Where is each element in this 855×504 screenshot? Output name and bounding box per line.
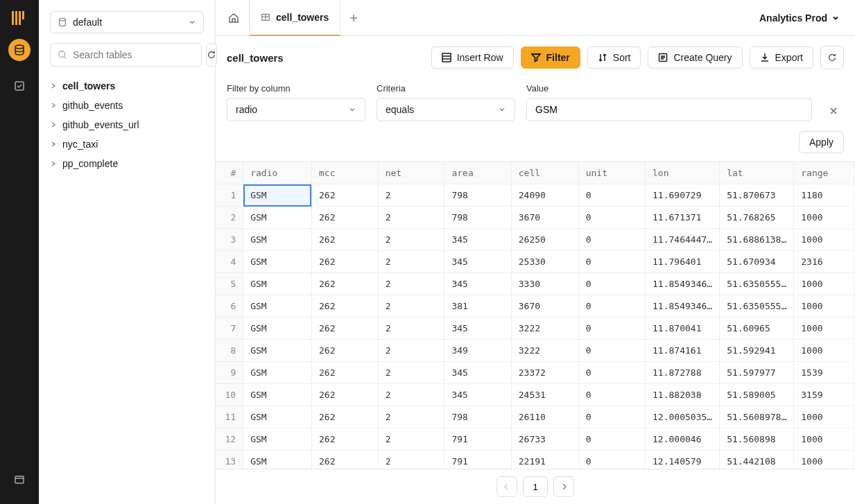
cell[interactable]: 11.7464447… [646, 229, 720, 251]
cell[interactable]: 791 [444, 451, 511, 469]
cell[interactable]: 2 [378, 184, 444, 207]
cell[interactable]: 262 [311, 384, 378, 406]
cell[interactable]: 2 [378, 362, 444, 384]
cell[interactable]: 1539 [794, 362, 855, 384]
cell[interactable]: 2 [378, 340, 444, 362]
filter-button[interactable]: Filter [521, 46, 580, 69]
cell[interactable]: 262 [311, 229, 378, 251]
row-number[interactable]: 3 [216, 229, 243, 251]
cell[interactable]: GSM [243, 207, 312, 229]
cell[interactable]: 51.5608978… [720, 406, 794, 428]
cell[interactable]: 11.8549346… [646, 295, 720, 318]
cell[interactable]: GSM [243, 273, 312, 295]
refresh-data-button[interactable] [820, 46, 844, 69]
cell[interactable]: 0 [578, 295, 645, 318]
cell[interactable]: 1000 [794, 428, 855, 451]
filter-remove-button[interactable] [823, 101, 844, 121]
filter-criteria-select[interactable]: equals [377, 98, 515, 121]
cell[interactable]: 1000 [794, 340, 855, 362]
cell[interactable]: 24531 [511, 384, 578, 406]
cell[interactable]: 262 [311, 362, 378, 384]
table-tree-item[interactable]: github_events [44, 96, 209, 115]
cell[interactable]: 381 [444, 295, 511, 318]
cell[interactable]: 11.796401 [646, 251, 720, 273]
cell[interactable]: 2 [378, 428, 444, 451]
create-query-button[interactable]: Create Query [648, 46, 742, 69]
next-page-button[interactable] [553, 476, 574, 497]
cell[interactable]: 262 [311, 406, 378, 428]
search-tables-input[interactable] [73, 49, 194, 60]
column-header[interactable]: lon [646, 162, 720, 184]
cell[interactable]: 26733 [511, 428, 578, 451]
cell[interactable]: GSM [243, 295, 312, 318]
cell[interactable]: 3222 [511, 340, 578, 362]
cell[interactable]: 51.6350555… [720, 295, 794, 318]
row-number[interactable]: 2 [216, 207, 243, 229]
row-number[interactable]: 5 [216, 273, 243, 295]
sort-button[interactable]: Sort [587, 46, 641, 69]
cell[interactable]: 1000 [794, 406, 855, 428]
cell[interactable]: 0 [578, 362, 645, 384]
cell[interactable]: 262 [311, 318, 378, 340]
cell[interactable]: 11.8549346… [646, 273, 720, 295]
rail-queries-button[interactable] [8, 75, 31, 97]
cell[interactable]: GSM [243, 229, 312, 251]
table-tree-item[interactable]: cell_towers [44, 76, 209, 96]
cell[interactable]: 11.874161 [646, 340, 720, 362]
cell[interactable]: 2 [378, 406, 444, 428]
column-header[interactable]: net [378, 162, 444, 184]
cell[interactable]: 262 [311, 340, 378, 362]
search-tables-box[interactable] [50, 43, 202, 67]
row-number[interactable]: 4 [216, 251, 243, 273]
cell[interactable]: 0 [578, 229, 645, 251]
column-header[interactable]: range [794, 162, 855, 184]
cell[interactable]: 798 [444, 184, 511, 207]
cell[interactable]: 262 [311, 184, 378, 207]
cell[interactable]: GSM [243, 384, 312, 406]
column-header[interactable]: lat [720, 162, 794, 184]
cell[interactable]: 51.6886138… [720, 229, 794, 251]
cell[interactable]: 262 [311, 207, 378, 229]
row-number[interactable]: 6 [216, 295, 243, 318]
cell[interactable]: 349 [444, 340, 511, 362]
cell[interactable]: 51.597977 [720, 362, 794, 384]
cell[interactable]: 0 [578, 384, 645, 406]
cell[interactable]: 262 [311, 273, 378, 295]
cell[interactable]: 51.592941 [720, 340, 794, 362]
cell[interactable]: GSM [243, 251, 312, 273]
column-header[interactable]: mcc [311, 162, 378, 184]
cell[interactable]: 12.000046 [646, 428, 720, 451]
cell[interactable]: 1000 [794, 229, 855, 251]
apply-filter-button[interactable]: Apply [799, 131, 844, 153]
cell[interactable]: 51.589005 [720, 384, 794, 406]
cell[interactable]: 1000 [794, 273, 855, 295]
cell[interactable]: 2 [378, 229, 444, 251]
cell[interactable]: 345 [444, 251, 511, 273]
cell[interactable]: 1000 [794, 451, 855, 469]
row-number[interactable]: 10 [216, 384, 243, 406]
column-header[interactable]: area [444, 162, 511, 184]
cell[interactable]: 0 [578, 207, 645, 229]
prev-page-button[interactable] [496, 476, 517, 497]
cell[interactable]: 3222 [511, 318, 578, 340]
cell[interactable]: 0 [578, 340, 645, 362]
cell[interactable]: 11.671371 [646, 207, 720, 229]
filter-value-input[interactable] [526, 98, 812, 121]
column-header[interactable]: unit [578, 162, 645, 184]
rail-tables-button[interactable] [8, 39, 31, 61]
new-tab-button[interactable] [349, 13, 363, 23]
cell[interactable]: 2 [378, 207, 444, 229]
column-header[interactable]: cell [511, 162, 578, 184]
cell[interactable]: 0 [578, 251, 645, 273]
cell[interactable]: 345 [444, 229, 511, 251]
cell[interactable]: 51.670934 [720, 251, 794, 273]
tab-cell-towers[interactable]: cell_towers [249, 0, 340, 36]
cell[interactable]: 51.60965 [720, 318, 794, 340]
cell[interactable]: 22191 [511, 451, 578, 469]
cell[interactable]: 0 [578, 428, 645, 451]
column-header[interactable]: # [216, 162, 243, 184]
cell[interactable]: 1000 [794, 318, 855, 340]
cell[interactable]: 12.0005035… [646, 406, 720, 428]
data-table-wrap[interactable]: #radiomccnetareacellunitlonlatrange 1GSM… [216, 162, 855, 469]
column-header[interactable]: radio [243, 162, 312, 184]
